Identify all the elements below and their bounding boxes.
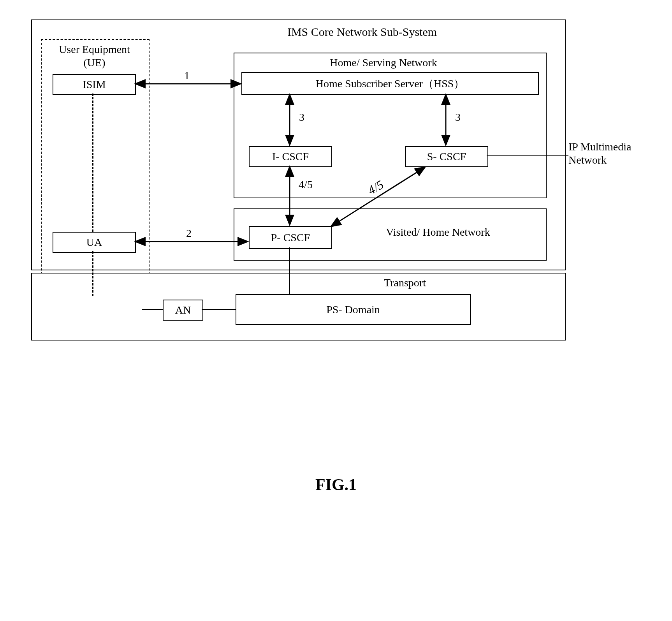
- ua-box: UA: [53, 232, 136, 253]
- transport-title: Transport: [366, 277, 444, 289]
- ims-core-title: IMS Core Network Sub-System: [284, 25, 440, 39]
- ps-domain-box: PS- Domain: [236, 294, 471, 325]
- p-cscf-box: P- CSCF: [249, 226, 332, 249]
- label-45a: 4/5: [296, 178, 315, 191]
- isim-label: ISIM: [83, 78, 106, 91]
- i-cscf-label: I- CSCF: [272, 150, 309, 163]
- psaccess-an-link: [142, 309, 163, 310]
- an-box: AN: [163, 300, 203, 321]
- ip-multimedia-line2: Network: [568, 154, 607, 166]
- hss-box: Home Subscriber Server（HSS）: [241, 72, 539, 95]
- label-3a: 3: [296, 111, 308, 123]
- label-2: 2: [183, 227, 195, 240]
- s-cscf-box: S- CSCF: [405, 146, 488, 167]
- pcscf-psdomain-link: [289, 247, 290, 294]
- ps-domain-label: PS- Domain: [326, 303, 380, 316]
- home-serving-title: Home/ Serving Network: [315, 56, 452, 69]
- an-psdomain-link: [202, 309, 236, 310]
- isim-ua-link: [92, 94, 93, 232]
- i-cscf-box: I- CSCF: [249, 146, 332, 167]
- ue-title-line1: User Equipment: [59, 43, 130, 55]
- ip-multimedia-label: IP Multimedia Network: [568, 140, 656, 166]
- an-label: AN: [175, 304, 191, 316]
- isim-box: ISIM: [53, 74, 136, 95]
- ua-label: UA: [86, 236, 102, 249]
- figure-caption: FIG.1: [16, 475, 656, 494]
- ims-diagram: IMS Core Network Sub-System User Equipme…: [16, 16, 656, 405]
- label-3b: 3: [452, 111, 464, 123]
- visited-home-title: Visited/ Home Network: [370, 226, 506, 238]
- label-1: 1: [181, 69, 193, 82]
- ip-multimedia-line1: IP Multimedia: [568, 141, 632, 153]
- hss-label: Home Subscriber Server（HSS）: [316, 76, 465, 91]
- ue-title: User Equipment (UE): [47, 43, 142, 69]
- s-cscf-label: S- CSCF: [427, 150, 466, 163]
- scscf-external-link: [487, 155, 568, 156]
- p-cscf-label: P- CSCF: [271, 231, 310, 244]
- ue-title-line2: (UE): [84, 56, 106, 69]
- ua-psaccess-link: [92, 251, 93, 296]
